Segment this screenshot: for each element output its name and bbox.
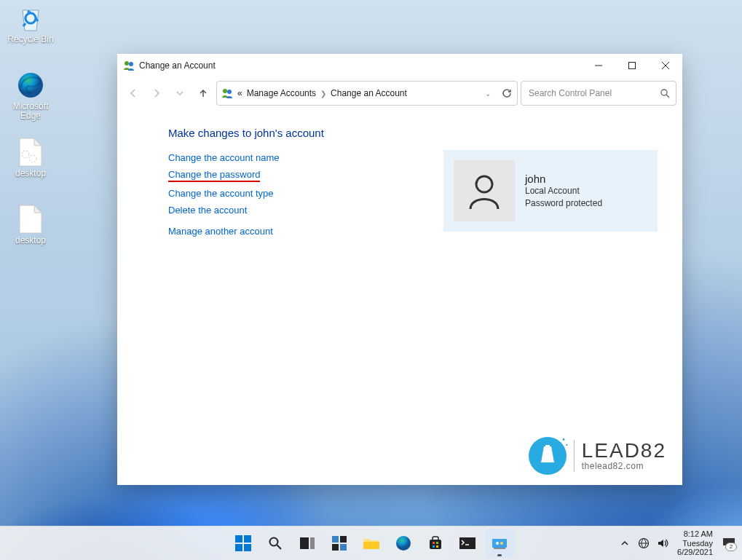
svg-point-9 xyxy=(476,176,492,192)
svg-rect-13 xyxy=(310,537,315,549)
notification-badge: 2 xyxy=(725,543,737,551)
tray-overflow-button[interactable] xyxy=(617,536,632,551)
taskbar-file-explorer[interactable] xyxy=(357,529,386,558)
svg-rect-25 xyxy=(492,539,507,548)
desktop-icon-microsoft-edge[interactable]: Microsoft Edge xyxy=(3,70,58,122)
user-accounts-icon xyxy=(123,60,135,71)
taskbar-widgets[interactable] xyxy=(325,529,354,558)
search-box[interactable] xyxy=(521,81,676,106)
link-change-account-name[interactable]: Change the account name xyxy=(168,152,394,163)
svg-rect-23 xyxy=(436,545,438,548)
control-panel-window: Change an Account xyxy=(117,54,682,485)
network-icon[interactable] xyxy=(636,536,651,551)
svg-point-6 xyxy=(223,89,227,93)
taskbar-store[interactable] xyxy=(421,529,450,558)
clock-time: 8:12 AM xyxy=(677,529,713,539)
svg-rect-14 xyxy=(332,536,339,543)
taskbar-edge[interactable] xyxy=(389,529,418,558)
taskbar-terminal[interactable] xyxy=(453,529,482,558)
user-account-type: Local Account xyxy=(525,185,602,197)
svg-rect-22 xyxy=(433,545,435,548)
control-panel-icon xyxy=(492,537,508,550)
content-area: Make changes to john's account Change th… xyxy=(117,109,682,485)
svg-point-18 xyxy=(396,536,411,551)
svg-rect-16 xyxy=(332,544,339,551)
svg-rect-19 xyxy=(430,540,441,549)
window-close-button[interactable] xyxy=(649,54,682,77)
search-input[interactable] xyxy=(527,87,660,99)
microsoft-edge-icon xyxy=(15,70,46,100)
user-account-card[interactable]: john Local Account Password protected xyxy=(443,150,658,232)
nav-back-button[interactable] xyxy=(123,83,143,103)
user-avatar xyxy=(454,160,515,221)
link-delete-account[interactable]: Delete the account xyxy=(168,205,394,216)
svg-point-7 xyxy=(227,90,232,94)
svg-rect-15 xyxy=(340,536,347,543)
svg-rect-17 xyxy=(340,544,347,551)
desktop-icon-label: Microsoft Edge xyxy=(13,102,49,121)
recycle-bin-icon xyxy=(15,3,46,33)
nav-up-button[interactable] xyxy=(193,83,213,103)
taskbar-search[interactable] xyxy=(261,529,290,558)
svg-rect-5 xyxy=(629,63,636,69)
window-maximize-button[interactable] xyxy=(615,54,649,77)
microsoft-edge-icon xyxy=(395,535,411,551)
microsoft-store-icon xyxy=(428,536,443,551)
file-icon xyxy=(15,137,46,167)
window-titlebar[interactable]: Change an Account xyxy=(117,54,682,77)
lead82-logo-icon: • • xyxy=(529,437,567,475)
desktop-icon-label: desktop xyxy=(15,236,46,245)
link-manage-another-account[interactable]: Manage another account xyxy=(168,226,394,237)
nav-recent-dropdown[interactable] xyxy=(170,83,190,103)
desktop-icon-desktop-file-2[interactable]: desktop xyxy=(3,204,58,256)
taskbar-clock[interactable]: 8:12 AM Tuesday 6/29/2021 xyxy=(674,529,716,557)
svg-rect-12 xyxy=(300,537,309,549)
refresh-button[interactable] xyxy=(501,87,513,99)
nav-forward-button[interactable] xyxy=(146,83,167,103)
windows-logo-icon xyxy=(235,535,251,551)
link-change-account-type[interactable]: Change the account type xyxy=(168,188,394,199)
svg-rect-20 xyxy=(433,542,435,544)
svg-point-27 xyxy=(500,542,503,545)
watermark-url: thelead82.com xyxy=(582,461,666,471)
svg-point-8 xyxy=(661,90,667,95)
desktop-icon-recycle-bin[interactable]: Recycle Bin xyxy=(3,3,58,55)
svg-rect-10 xyxy=(545,445,550,448)
search-icon xyxy=(660,88,670,98)
svg-rect-28 xyxy=(494,548,505,549)
breadcrumb-item[interactable]: Change an Account xyxy=(331,88,407,98)
link-change-password[interactable]: Change the password xyxy=(168,169,260,182)
terminal-icon xyxy=(459,537,475,549)
chevron-right-icon: ❯ xyxy=(320,90,326,98)
user-password-status: Password protected xyxy=(525,197,602,209)
clock-date: 6/29/2021 xyxy=(677,548,713,557)
breadcrumb-prefix: « xyxy=(237,88,242,98)
window-minimize-button[interactable] xyxy=(582,54,615,77)
breadcrumb-item[interactable]: Manage Accounts xyxy=(247,88,316,98)
desktop-icon-label: Recycle Bin xyxy=(7,35,53,44)
chevron-down-icon[interactable]: ⌄ xyxy=(485,90,491,98)
address-bar[interactable]: « Manage Accounts ❯ Change an Account ⌄ xyxy=(216,81,518,106)
notification-center-button[interactable]: 2 xyxy=(720,535,738,552)
taskbar: 8:12 AM Tuesday 6/29/2021 2 xyxy=(0,526,742,560)
system-tray: 8:12 AM Tuesday 6/29/2021 2 xyxy=(617,529,738,557)
clock-day: Tuesday xyxy=(677,539,713,548)
taskbar-taskview[interactable] xyxy=(293,529,322,558)
volume-icon[interactable] xyxy=(655,536,670,551)
svg-rect-24 xyxy=(459,537,475,549)
window-title: Change an Account xyxy=(139,60,216,71)
navigation-toolbar: « Manage Accounts ❯ Change an Account ⌄ xyxy=(117,77,682,109)
widgets-icon xyxy=(331,535,347,551)
svg-point-26 xyxy=(496,542,499,545)
taskbar-control-panel[interactable] xyxy=(485,529,514,558)
svg-point-4 xyxy=(129,62,133,66)
search-icon xyxy=(268,536,283,551)
svg-point-11 xyxy=(269,538,277,546)
file-icon xyxy=(15,204,46,234)
start-button[interactable] xyxy=(229,529,258,558)
folder-icon xyxy=(363,536,380,551)
page-heading: Make changes to john's account xyxy=(168,127,394,139)
svg-point-3 xyxy=(125,61,129,66)
desktop-icon-label: desktop xyxy=(15,169,46,178)
desktop-icon-desktop-file-1[interactable]: desktop xyxy=(3,137,58,189)
